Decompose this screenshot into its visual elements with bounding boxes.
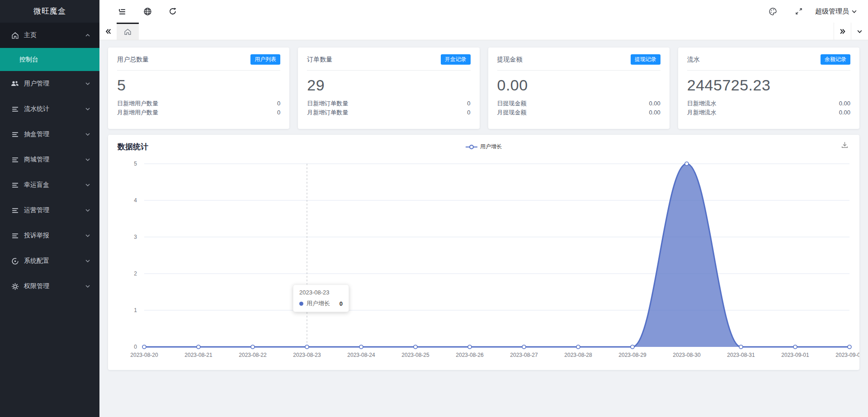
- chart-tooltip: 2023-08-23 用户增长 0: [293, 284, 349, 312]
- tooltip-value: 0: [340, 300, 343, 307]
- stat-row-label: 日新增流水: [687, 99, 717, 108]
- stat-row-label: 月提现金额: [497, 108, 527, 117]
- tabs-scroll-right-button[interactable]: [834, 23, 851, 40]
- withdrawal-records-badge[interactable]: 提现记录: [631, 54, 660, 65]
- sidebar-item-complaints[interactable]: 投诉举报: [0, 223, 99, 248]
- x-axis-label: 2023-08-21: [184, 352, 212, 358]
- sidebar-item-label: 商城管理: [24, 156, 85, 164]
- y-axis-label: 5: [134, 161, 137, 167]
- x-axis-label: 2023-09-01: [781, 352, 809, 358]
- double-chevron-left-icon: [105, 28, 112, 35]
- list-icon: [11, 156, 19, 164]
- data-point-marker: [142, 345, 146, 349]
- sidebar-item-user-management[interactable]: 用户管理: [0, 71, 99, 96]
- data-point-marker: [359, 345, 363, 349]
- chevron-up-icon: [85, 33, 90, 38]
- series-area: [144, 164, 849, 347]
- data-point-marker: [685, 162, 689, 166]
- sidebar-item-label: 权限管理: [24, 282, 85, 290]
- tooltip-series-dot: [299, 302, 303, 306]
- tab-home[interactable]: [117, 23, 139, 40]
- data-point-marker: [631, 345, 634, 349]
- stat-card-withdrawals: 提现金额 提现记录 0.00 日提现金额0.00 月提现金额0.00: [488, 47, 670, 129]
- user-name: 超级管理员: [815, 7, 849, 16]
- fullscreen-icon[interactable]: [789, 0, 809, 23]
- stat-card-value: 5: [117, 76, 280, 94]
- y-axis-label: 1: [134, 307, 137, 313]
- stat-row-value: 0.00: [839, 99, 850, 108]
- stat-row-label: 日提现金额: [497, 99, 527, 108]
- x-axis-label: 2023-08-29: [618, 352, 646, 358]
- stat-card-total-users: 用户总数量 用户列表 5 日新增用户数量0 月新增用户数量0: [108, 47, 289, 129]
- stat-card-title: 订单数量: [307, 56, 332, 64]
- sidebar-item-box-management[interactable]: 抽盒管理: [0, 122, 99, 147]
- content-column: 超级管理员 用户总数量 用户列表 5: [99, 0, 868, 417]
- stat-card-title: 流水: [687, 56, 700, 64]
- x-axis-label: 2023-08-20: [130, 352, 158, 358]
- sidebar-item-mall-management[interactable]: 商城管理: [0, 147, 99, 172]
- menu-fold-icon[interactable]: [109, 0, 135, 23]
- sidebar-item-operations[interactable]: 运营管理: [0, 198, 99, 223]
- sidebar: 微旺魔盒 主页 控制台 用户管理 流水统计 抽盒管理: [0, 0, 99, 417]
- stat-row-value: 0.00: [649, 108, 660, 117]
- app-logo: 微旺魔盒: [0, 0, 99, 23]
- sidebar-item-system-config[interactable]: 系统配置: [0, 248, 99, 274]
- x-axis-label: 2023-08-31: [727, 352, 755, 358]
- data-point-marker: [848, 345, 851, 349]
- chart-canvas[interactable]: 0123452023-08-202023-08-212023-08-222023…: [108, 135, 859, 370]
- stat-cards-row: 用户总数量 用户列表 5 日新增用户数量0 月新增用户数量0 订单数量 开盒记录…: [108, 47, 859, 129]
- home-tab-icon: [124, 28, 132, 36]
- theme-palette-icon[interactable]: [763, 0, 783, 23]
- data-point-marker: [305, 345, 309, 349]
- user-menu[interactable]: 超级管理员: [815, 7, 857, 16]
- tabs-scroll-left-button[interactable]: [99, 23, 117, 40]
- chevron-down-icon: [85, 81, 90, 86]
- sidebar-item-permission-management[interactable]: 权限管理: [0, 274, 99, 299]
- sidebar-item-console[interactable]: 控制台: [0, 48, 99, 71]
- data-point-marker: [197, 345, 200, 349]
- language-globe-icon[interactable]: [135, 0, 160, 23]
- chevron-down-icon: [85, 106, 90, 112]
- sidebar-item-label: 主页: [24, 31, 85, 39]
- chevron-down-icon: [85, 284, 90, 289]
- x-axis-label: 2023-08-30: [673, 352, 701, 358]
- stat-row-label: 月新增流水: [687, 108, 717, 117]
- chevron-down-icon: [85, 157, 90, 162]
- y-axis-label: 0: [134, 344, 137, 350]
- chevron-down-icon: [85, 233, 90, 238]
- home-icon: [11, 31, 19, 39]
- sidebar-item-flow-stats[interactable]: 流水统计: [0, 96, 99, 122]
- open-box-records-badge[interactable]: 开盒记录: [441, 54, 471, 65]
- series-line: [144, 164, 849, 347]
- stat-row-value: 0: [467, 99, 470, 108]
- data-point-marker: [414, 345, 417, 349]
- balance-records-badge[interactable]: 余额记录: [821, 54, 850, 65]
- sidebar-item-label: 用户管理: [24, 80, 85, 88]
- y-axis-label: 3: [134, 234, 137, 240]
- sidebar-item-home[interactable]: 主页: [0, 23, 99, 48]
- sidebar-item-lucky-blindbox[interactable]: 幸运盲盒: [0, 172, 99, 198]
- refresh-icon[interactable]: [160, 0, 185, 23]
- sidebar-item-label: 幸运盲盒: [24, 181, 85, 189]
- stat-row-value: 0: [277, 108, 280, 117]
- stat-card-value: 0.00: [497, 76, 660, 94]
- x-axis-label: 2023-08-28: [564, 352, 592, 358]
- data-point-marker: [468, 345, 472, 349]
- tabs-options-button[interactable]: [851, 23, 868, 40]
- sidebar-item-label: 运营管理: [24, 206, 85, 214]
- data-point-marker: [576, 345, 580, 349]
- data-point-marker: [739, 345, 743, 349]
- user-list-badge[interactable]: 用户列表: [250, 54, 280, 65]
- chevron-down-icon: [85, 208, 90, 213]
- chevron-down-icon: [851, 9, 857, 14]
- stat-card-value: 29: [307, 76, 470, 94]
- sidebar-item-label: 流水统计: [24, 105, 85, 113]
- stat-row-label: 日新增订单数量: [307, 99, 348, 108]
- stat-card-turnover: 流水 余额记录 2445725.23 日新增流水0.00 月新增流水0.00: [678, 47, 859, 129]
- x-axis-label: 2023-08-25: [401, 352, 429, 358]
- stat-card-value: 2445725.23: [687, 76, 850, 94]
- list-icon: [11, 181, 19, 189]
- double-chevron-right-icon: [839, 28, 846, 35]
- users-icon: [11, 80, 19, 88]
- stat-row-value: 0: [467, 108, 470, 117]
